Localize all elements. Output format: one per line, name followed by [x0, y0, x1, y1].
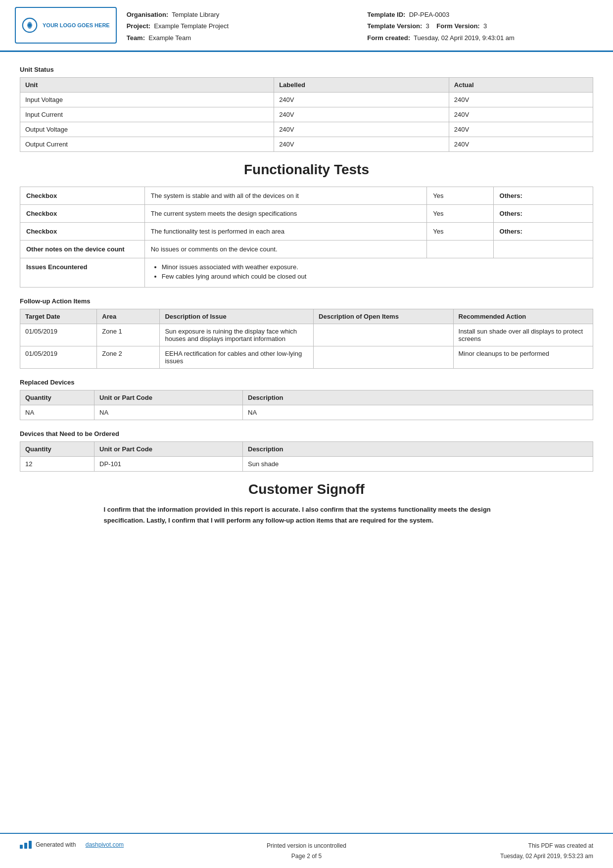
func-label: Checkbox: [20, 223, 145, 241]
list-item: Input Voltage: [20, 93, 274, 107]
dashpivot-icon: [20, 841, 32, 849]
list-item: 240V: [274, 137, 449, 152]
team-label: Team:: [127, 34, 145, 42]
func-label: Other notes on the device count: [20, 241, 145, 258]
page: YOUR LOGO GOES HERE Organisation: Templa…: [0, 0, 613, 868]
functionality-title: Functionality Tests: [20, 162, 593, 178]
desc-issue-col-header: Description of Issue: [160, 309, 314, 324]
list-item: 01/05/2019: [20, 324, 97, 346]
header: YOUR LOGO GOES HERE Organisation: Templa…: [0, 0, 613, 52]
area-col-header: Area: [97, 309, 160, 324]
footer-right-line1: This PDF was created at: [484, 841, 593, 851]
func-label: Checkbox: [20, 205, 145, 223]
list-item: [314, 346, 453, 369]
func-description: No issues or comments on the device coun…: [144, 241, 427, 258]
form-version-label: Form Version:: [436, 22, 479, 30]
versions-line: Template Version: 3 Form Version: 3: [367, 20, 593, 32]
functionality-table: CheckboxThe system is stable and with al…: [20, 187, 593, 288]
func-value: [427, 241, 493, 258]
list-item: Zone 2: [97, 346, 160, 369]
logo-block: YOUR LOGO GOES HERE: [15, 7, 117, 44]
list-item: 12: [20, 457, 94, 472]
func-value: Yes: [427, 205, 493, 223]
quantity-col-header: Quantity: [20, 390, 94, 405]
list-item: EEHA rectification for cables and other …: [160, 346, 314, 369]
signoff-text: I confirm that the information provided …: [104, 504, 510, 526]
replaced-devices-table: Quantity Unit or Part Code Description N…: [20, 390, 593, 420]
list-item: Output Voltage: [20, 122, 274, 137]
func-bullets: Minor issues associated with weather exp…: [144, 258, 593, 288]
logo-icon: [22, 17, 38, 33]
header-meta: Organisation: Template Library Project: …: [127, 7, 593, 44]
dashpivot-link[interactable]: dashpivot.com: [86, 841, 124, 848]
description2-col-header: Description: [243, 442, 593, 457]
form-created-label: Form created:: [367, 34, 410, 42]
table-row: Output Current240V240V: [20, 137, 593, 152]
list-item: Minor cleanups to be performed: [453, 346, 593, 369]
table-row: 12DP-101Sun shade: [20, 457, 593, 472]
team-value: Example Team: [148, 34, 191, 42]
list-item: Zone 1: [97, 324, 160, 346]
table-row: 01/05/2019Zone 1Sun exposure is ruining …: [20, 324, 593, 346]
func-label: Issues Encountered: [20, 258, 145, 288]
footer-center: Printed version is uncontrolled Page 2 o…: [143, 841, 470, 861]
project-label: Project:: [127, 22, 150, 30]
list-item: 240V: [274, 107, 449, 122]
list-item: 240V: [449, 137, 593, 152]
func-value: Yes: [427, 187, 493, 205]
template-id-line: Template ID: DP-PEA-0003: [367, 9, 593, 20]
description-col-header: Description: [243, 390, 593, 405]
desc-open-col-header: Description of Open Items: [314, 309, 453, 324]
follow-up-header-row: Target Date Area Description of Issue De…: [20, 309, 593, 324]
list-item: NA: [94, 405, 243, 420]
table-row: Input Current240V240V: [20, 107, 593, 122]
footer-center-line1: Printed version is uncontrolled: [143, 841, 470, 851]
list-item: NA: [20, 405, 94, 420]
functionality-row: Issues EncounteredMinor issues associate…: [20, 258, 593, 288]
header-meta-right: Template ID: DP-PEA-0003 Template Versio…: [367, 9, 593, 44]
functionality-row: Other notes on the device countNo issues…: [20, 241, 593, 258]
part-code-col-header: Unit or Part Code: [94, 390, 243, 405]
func-description: The current system meets the design spec…: [144, 205, 427, 223]
func-description: The functionality test is performed in e…: [144, 223, 427, 241]
table-row: NANANA: [20, 405, 593, 420]
list-item: 240V: [449, 93, 593, 107]
unit-col-header: Unit: [20, 78, 274, 93]
list-item: 240V: [449, 107, 593, 122]
template-version-label: Template Version:: [367, 22, 422, 30]
project-line: Project: Example Template Project: [127, 20, 353, 32]
list-item: Output Current: [20, 137, 274, 152]
devices-order-header-row: Quantity Unit or Part Code Description: [20, 442, 593, 457]
list-item: [314, 324, 453, 346]
func-others: Others:: [493, 187, 593, 205]
follow-up-table: Target Date Area Description of Issue De…: [20, 309, 593, 369]
generated-text: Generated with: [36, 841, 76, 848]
list-item: 240V: [274, 122, 449, 137]
target-date-col-header: Target Date: [20, 309, 97, 324]
table-row: Output Voltage240V240V: [20, 122, 593, 137]
functionality-row: CheckboxThe current system meets the des…: [20, 205, 593, 223]
list-item: 240V: [274, 93, 449, 107]
list-item: Install sun shade over all displays to p…: [453, 324, 593, 346]
follow-up-title: Follow-up Action Items: [20, 297, 593, 305]
replaced-devices-title: Replaced Devices: [20, 379, 593, 386]
func-label: Checkbox: [20, 187, 145, 205]
org-value: Template Library: [172, 11, 219, 18]
org-line: Organisation: Template Library: [127, 9, 353, 20]
unit-status-table: Unit Labelled Actual Input Voltage240V24…: [20, 77, 593, 152]
part-code2-col-header: Unit or Part Code: [94, 442, 243, 457]
signoff-title: Customer Signoff: [20, 482, 593, 497]
quantity2-col-header: Quantity: [20, 442, 94, 457]
footer-left: Generated with dashpivot.com: [20, 841, 129, 849]
form-created-value: Tuesday, 02 April 2019, 9:43:01 am: [414, 34, 515, 42]
list-item: NA: [243, 405, 593, 420]
replaced-devices-header-row: Quantity Unit or Part Code Description: [20, 390, 593, 405]
team-line: Team: Example Team: [127, 32, 353, 44]
list-item: Sun shade: [243, 457, 593, 472]
func-value: Yes: [427, 223, 493, 241]
functionality-row: CheckboxThe functionality test is perfor…: [20, 223, 593, 241]
template-id-label: Template ID:: [367, 11, 405, 18]
list-item: Input Current: [20, 107, 274, 122]
recommended-col-header: Recommended Action: [453, 309, 593, 324]
list-item: Minor issues associated with weather exp…: [162, 263, 587, 271]
